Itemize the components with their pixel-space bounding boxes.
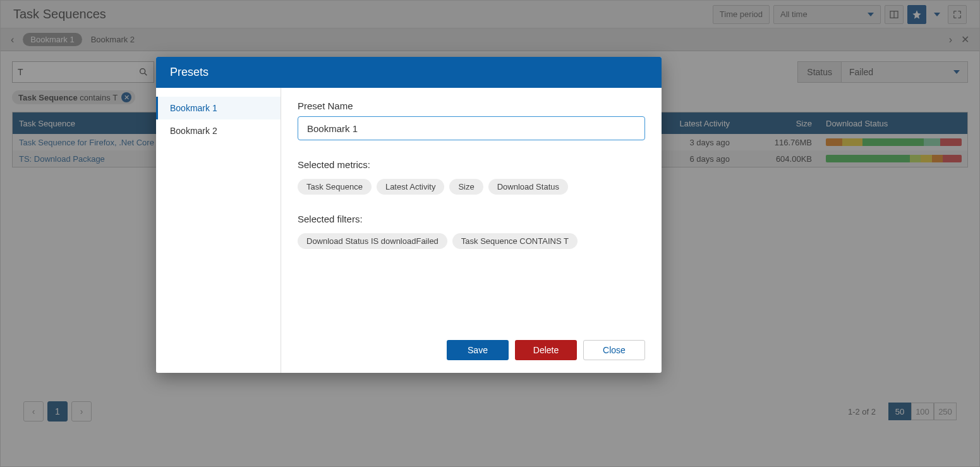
metric-pill: Size bbox=[449, 179, 483, 195]
metric-pill: Download Status bbox=[488, 179, 568, 195]
save-button[interactable]: Save bbox=[447, 340, 509, 360]
preset-list-item[interactable]: Bookmark 2 bbox=[156, 119, 281, 142]
metric-pill: Latest Activity bbox=[377, 179, 444, 195]
preset-name-input[interactable] bbox=[298, 116, 645, 140]
modal-sidebar: Bookmark 1Bookmark 2 bbox=[156, 88, 281, 373]
filter-pill: Task Sequence CONTAINS T bbox=[452, 233, 578, 249]
preset-list-item[interactable]: Bookmark 1 bbox=[156, 97, 281, 119]
selected-metrics-label: Selected metrics: bbox=[298, 159, 645, 170]
preset-name-label: Preset Name bbox=[298, 100, 645, 111]
selected-filters-label: Selected filters: bbox=[298, 214, 645, 224]
selected-metrics-row: Task SequenceLatest ActivitySizeDownload… bbox=[298, 179, 645, 195]
presets-modal: Presets Bookmark 1Bookmark 2 Preset Name… bbox=[156, 57, 662, 373]
modal-title: Presets bbox=[156, 57, 662, 88]
selected-filters-row: Download Status IS downloadFailedTask Se… bbox=[298, 233, 645, 249]
metric-pill: Task Sequence bbox=[298, 179, 372, 195]
modal-main: Preset Name Selected metrics: Task Seque… bbox=[281, 88, 662, 373]
close-button[interactable]: Close bbox=[583, 340, 645, 360]
delete-button[interactable]: Delete bbox=[515, 340, 577, 360]
filter-pill: Download Status IS downloadFailed bbox=[298, 233, 447, 249]
modal-actions: Save Delete Close bbox=[298, 327, 645, 360]
